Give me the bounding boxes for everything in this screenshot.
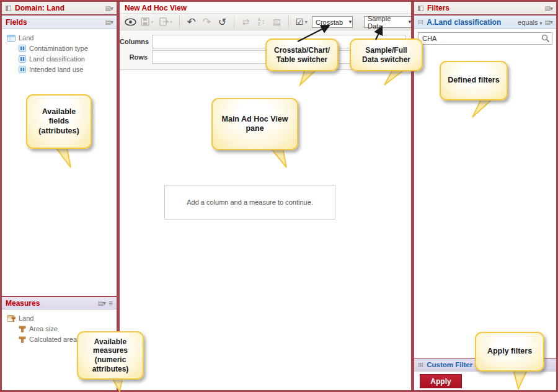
empty-view-message: Add a column and a measure to continue. (164, 185, 335, 220)
visualization-type-select[interactable]: Crosstab▼ (312, 16, 353, 28)
undo-icon: ↶ (187, 16, 195, 29)
callout-apply-filters: Apply filters (475, 332, 544, 372)
options-menu-icon[interactable]: ▤▾ (545, 19, 552, 25)
filter-title: A.Land classification (427, 18, 501, 27)
fields-tree-root[interactable]: Land (2, 32, 117, 43)
collapse-panel-icon[interactable] (6, 6, 11, 11)
expand-section-icon[interactable]: ⊞ (418, 361, 423, 369)
field-item[interactable]: Contamination type (2, 43, 117, 53)
apply-filters-button[interactable]: Apply (420, 374, 462, 388)
callout-data-switcher: Sample/Full Data switcher (350, 38, 423, 71)
measure-table-icon (7, 314, 16, 322)
callout-available-measures: Available measures (numeric attributes) (77, 331, 144, 380)
field-label: Contamination type (29, 45, 88, 52)
visualization-type-value: Crosstab (316, 19, 343, 26)
redo-icon: ↷ (202, 16, 211, 29)
text-field-icon (19, 55, 26, 63)
measures-tree-root[interactable]: Land (2, 313, 117, 323)
measure-icon (19, 336, 26, 343)
measure-label: Area size (29, 325, 58, 332)
callout-available-fields: Available fields (attributes) (26, 94, 92, 149)
columns-label: Columns (120, 38, 152, 45)
table-icon (7, 34, 16, 42)
callout-crosstab-switcher: Crosstab/Chart/ Table switcher (265, 38, 339, 71)
callout-defined-filters: Defined filters (440, 61, 508, 100)
preview-button[interactable] (123, 15, 138, 29)
options-menu-icon[interactable]: ▤▾ (105, 19, 113, 25)
checklist-icon: ☑ (296, 17, 304, 27)
collapse-section-icon[interactable]: ⊟ (418, 18, 423, 26)
filter-section-header: ⊟ A.Land classification equals ▾ ▤▾ (414, 16, 556, 29)
save-button[interactable]: ▼ (138, 15, 157, 29)
collapse-panel-icon[interactable] (418, 6, 423, 11)
field-label: Land classification (29, 55, 85, 63)
domain-title: Domain: Land (15, 4, 64, 12)
options-menu-icon[interactable]: ▤▾ (105, 5, 113, 12)
filter-operator-select[interactable]: equals ▾ (518, 19, 542, 26)
fields-tree: Land Contamination type Land classificat… (2, 29, 117, 74)
chevron-down-icon: ▼ (407, 19, 411, 25)
field-label: Intended land use (29, 66, 83, 73)
filters-header: Filters ▤▾ (414, 2, 556, 16)
search-icon[interactable] (541, 34, 550, 43)
text-field-icon (19, 66, 26, 73)
toolbar: ▼ ▼ ↶ ↷ ↺ ⇄ AZ↕ ▤ ☑▼ ≡? Crosstab▼ Sample… (120, 13, 411, 30)
undo-all-icon: ↺ (218, 16, 226, 28)
measures-header: Measures ▤▾ ≡ (2, 296, 117, 310)
apply-row: Apply (414, 372, 556, 390)
options-menu-icon[interactable]: ▤▾ (98, 300, 105, 306)
undo-button[interactable]: ↶ (184, 15, 199, 29)
sort-list-icon[interactable]: ≡ (108, 299, 113, 308)
filter-operator-value: equals (518, 19, 538, 26)
adhoc-editor-screen: Domain: Land ▤▾ Fields ▤▾ Land Contamina… (0, 0, 558, 392)
data-sampling-select[interactable]: Sample Data▼ (364, 16, 411, 28)
document-icon: ▤ (273, 17, 281, 27)
text-field-icon (19, 45, 26, 52)
tree-label: Land (19, 34, 33, 42)
sort-arrows-icon: ↕ (262, 17, 265, 26)
measure-icon (19, 325, 26, 332)
field-item[interactable]: Intended land use (2, 64, 117, 74)
filter-search-input[interactable] (418, 32, 552, 45)
fields-header: Fields ▤▾ (2, 16, 117, 29)
export-icon (159, 17, 169, 26)
callout-main-pane: Main Ad Hoc View pane (211, 98, 298, 150)
sort-button[interactable]: AZ↕ (254, 15, 269, 29)
switch-groups-button[interactable]: ⇄ (238, 15, 254, 29)
sort-az-icon: AZ (257, 17, 260, 26)
filter-search-row (414, 29, 556, 48)
input-controls-button[interactable]: ☑▼ (293, 15, 311, 29)
pivot-icon: ⇄ (242, 17, 250, 27)
chevron-down-icon: ▼ (348, 19, 353, 25)
export-button[interactable]: ▼ (157, 15, 175, 29)
save-icon (141, 17, 149, 26)
field-item[interactable]: Land classification (2, 53, 117, 64)
options-menu-icon[interactable]: ▤▾ (545, 5, 552, 12)
eye-icon (125, 18, 136, 26)
data-sampling-value: Sample Data (368, 15, 402, 30)
redo-button[interactable]: ↷ (199, 15, 215, 29)
page-options-button[interactable]: ▤ (269, 15, 285, 29)
filters-title: Filters (427, 4, 450, 12)
rows-label: Rows (120, 53, 152, 61)
view-title: New Ad Hoc View (125, 4, 187, 12)
tree-label: Land (19, 314, 33, 322)
chevron-down-icon: ▾ (540, 20, 542, 26)
undo-all-button[interactable]: ↺ (215, 15, 230, 29)
view-title-bar: New Ad Hoc View (120, 2, 411, 13)
measures-title: Measures (6, 299, 40, 308)
fields-title: Fields (6, 18, 27, 27)
domain-header: Domain: Land ▤▾ (2, 2, 117, 16)
